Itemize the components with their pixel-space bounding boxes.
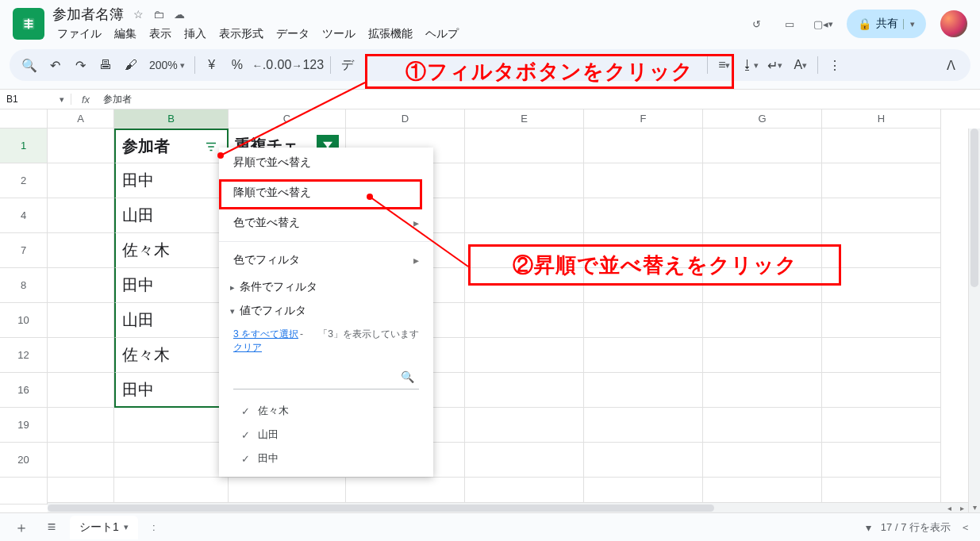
doc-title[interactable]: 参加者名簿: [52, 5, 124, 24]
spreadsheet-grid[interactable]: A B C D E F G H ▾ ▾ 1 参加者 重複チェ: [0, 109, 980, 514]
cell[interactable]: [229, 478, 346, 505]
explore-button[interactable]: ＜: [960, 520, 970, 535]
cell[interactable]: [346, 478, 465, 505]
cell[interactable]: [48, 233, 114, 268]
cell[interactable]: [822, 443, 941, 478]
cell[interactable]: [584, 129, 703, 163]
history-icon[interactable]: ↺: [747, 14, 766, 33]
col-header-H[interactable]: H: [822, 109, 941, 129]
cell-B1[interactable]: 参加者: [114, 129, 229, 163]
cell[interactable]: [48, 478, 114, 505]
clear-link[interactable]: クリア: [233, 342, 262, 353]
col-header-C[interactable]: C: [229, 109, 346, 129]
percent-button[interactable]: %: [225, 53, 249, 77]
filter-value-option[interactable]: ✓佐々木: [241, 399, 419, 423]
cell[interactable]: [48, 408, 114, 443]
cell[interactable]: 田中: [114, 163, 229, 198]
cell[interactable]: [584, 373, 703, 408]
menu-help[interactable]: ヘルプ: [421, 25, 463, 43]
menu-format[interactable]: 表示形式: [214, 25, 268, 43]
menu-view[interactable]: 表示: [144, 25, 176, 43]
number-format-button[interactable]: 123: [302, 53, 325, 77]
cell[interactable]: [822, 338, 941, 373]
cell[interactable]: [114, 408, 229, 443]
cell[interactable]: [584, 163, 703, 198]
col-header-A[interactable]: A: [48, 109, 114, 129]
cell[interactable]: 佐々木: [114, 233, 229, 268]
cell[interactable]: [48, 443, 114, 478]
select-all-link[interactable]: 3 をすべて選択: [233, 328, 298, 340]
filter-icon[interactable]: [202, 137, 221, 156]
cell[interactable]: [114, 443, 229, 478]
chevron-down-icon[interactable]: ▾: [124, 522, 129, 532]
cell[interactable]: 山田: [114, 198, 229, 233]
star-icon[interactable]: ☆: [133, 8, 144, 21]
avatar[interactable]: [940, 10, 967, 37]
row-header[interactable]: 19: [0, 408, 48, 443]
filter-color-item[interactable]: 色でフィルタ▸: [219, 245, 433, 275]
row-header[interactable]: 20: [0, 443, 48, 478]
cell[interactable]: [465, 163, 584, 198]
sort-color-item[interactable]: 色で並べ替え▸: [219, 208, 433, 238]
share-button[interactable]: 🔒 共有 ▾: [847, 10, 926, 38]
cell[interactable]: [822, 373, 941, 408]
row-header[interactable]: 1: [0, 129, 48, 163]
wrap-button[interactable]: ↵▾: [763, 53, 787, 77]
cell[interactable]: [822, 303, 941, 338]
cell[interactable]: [703, 303, 822, 338]
search-icon[interactable]: 🔍: [17, 53, 41, 77]
rotate-button[interactable]: A▾: [789, 53, 813, 77]
cell[interactable]: [703, 408, 822, 443]
print-button[interactable]: 🖶: [94, 53, 117, 77]
cell[interactable]: [822, 478, 941, 505]
cell[interactable]: [822, 198, 941, 233]
add-sheet-button[interactable]: ＋: [10, 516, 33, 539]
menu-data[interactable]: データ: [271, 25, 314, 43]
cell[interactable]: [703, 163, 822, 198]
filter-search-input[interactable]: 🔍: [233, 364, 419, 389]
cell[interactable]: [703, 373, 822, 408]
cell[interactable]: [584, 408, 703, 443]
cell[interactable]: [48, 303, 114, 338]
meet-icon[interactable]: ▢◂ ▾: [813, 14, 832, 33]
cell[interactable]: [465, 408, 584, 443]
all-sheets-button[interactable]: ≡: [40, 516, 63, 539]
menu-extensions[interactable]: 拡張機能: [363, 25, 417, 43]
cell[interactable]: [48, 198, 114, 233]
menu-edit[interactable]: 編集: [110, 25, 141, 43]
horizontal-scrollbar[interactable]: ◂▸: [48, 502, 968, 513]
cell[interactable]: 田中: [114, 268, 229, 303]
font-dropdown[interactable]: デ: [336, 53, 359, 77]
collapse-toolbar-button[interactable]: ᐱ: [939, 53, 963, 77]
sheet-next-icon[interactable]: :: [144, 521, 163, 533]
cell[interactable]: [584, 198, 703, 233]
cell[interactable]: [465, 198, 584, 233]
row-header[interactable]: 2: [0, 163, 48, 198]
cell[interactable]: [48, 373, 114, 408]
row-header[interactable]: 8: [0, 268, 48, 303]
cell[interactable]: 佐々木: [114, 338, 229, 373]
cell[interactable]: [48, 268, 114, 303]
cell[interactable]: 田中: [114, 373, 229, 408]
row-header[interactable]: 16: [0, 373, 48, 408]
paint-format-button[interactable]: 🖌: [119, 53, 143, 77]
row-header[interactable]: 7: [0, 233, 48, 268]
col-header-B[interactable]: B: [114, 109, 229, 129]
share-dropdown[interactable]: ▾: [903, 19, 915, 29]
select-all-corner[interactable]: [0, 109, 48, 129]
comments-icon[interactable]: ▭: [780, 14, 799, 33]
cell[interactable]: [465, 478, 584, 505]
col-header-G[interactable]: G: [703, 109, 822, 129]
cell[interactable]: 山田: [114, 303, 229, 338]
cell[interactable]: [703, 198, 822, 233]
col-header-F[interactable]: F: [584, 109, 703, 129]
cloud-icon[interactable]: ☁: [174, 8, 185, 21]
cell[interactable]: [822, 129, 941, 163]
cell[interactable]: [703, 129, 822, 163]
cell[interactable]: [48, 338, 114, 373]
sort-asc-item[interactable]: 昇順で並べ替え: [219, 148, 433, 178]
sheets-logo[interactable]: [13, 8, 44, 40]
zoom-dropdown[interactable]: 200%▾: [144, 59, 190, 71]
cell[interactable]: [822, 163, 941, 198]
cell[interactable]: [465, 303, 584, 338]
